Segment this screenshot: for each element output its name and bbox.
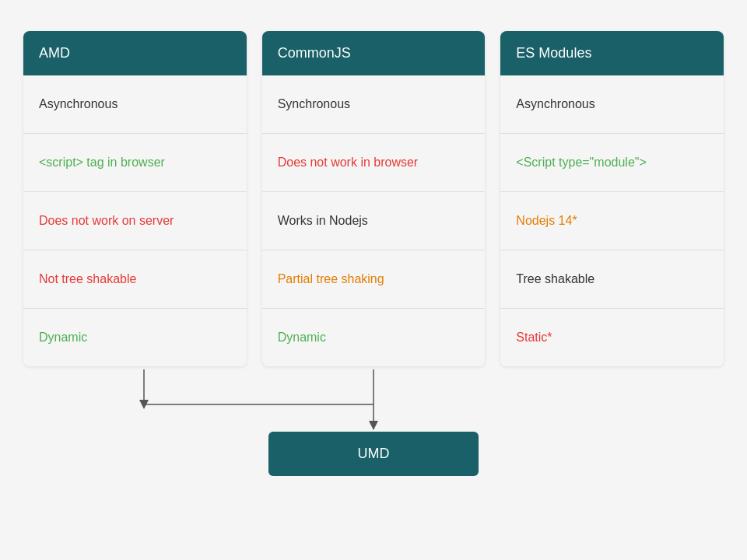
card-row-commonjs-1: Does not work in browser (262, 134, 486, 192)
card-row-amd-2: Does not work on server (23, 192, 247, 250)
card-row-amd-4: Dynamic (23, 309, 247, 366)
connector-area (23, 369, 724, 432)
card-row-amd-1: <script> tag in browser (23, 134, 247, 192)
card-body-amd: Asynchronous<script> tag in browserDoes … (23, 75, 247, 366)
card-amd: AMDAsynchronous<script> tag in browserDo… (23, 31, 247, 366)
card-row-esmodules-4: Static* (500, 309, 724, 366)
umd-label: UMD (358, 446, 390, 461)
card-row-esmodules-1: <Script type="module"> (500, 134, 724, 192)
card-body-esmodules: Asynchronous<Script type="module">Nodejs… (500, 75, 724, 366)
card-header-esmodules: ES Modules (500, 31, 724, 75)
card-commonjs: CommonJSSynchronousDoes not work in brow… (262, 31, 486, 366)
card-body-commonjs: SynchronousDoes not work in browserWorks… (262, 75, 486, 366)
card-row-esmodules-3: Tree shakable (500, 250, 724, 309)
columns-wrapper: AMDAsynchronous<script> tag in browserDo… (23, 31, 724, 366)
card-row-commonjs-4: Dynamic (262, 309, 486, 366)
umd-box: UMD (268, 432, 479, 476)
card-row-commonjs-3: Partial tree shaking (262, 250, 486, 309)
card-row-commonjs-2: Works in Nodejs (262, 192, 486, 250)
card-row-amd-3: Not tree shakable (23, 250, 247, 309)
card-row-commonjs-0: Synchronous (262, 75, 486, 134)
umd-wrapper: UMD (23, 432, 724, 476)
card-row-esmodules-2: Nodejs 14* (500, 192, 724, 250)
card-header-amd: AMD (23, 31, 247, 75)
card-row-amd-0: Asynchronous (23, 75, 247, 134)
card-row-esmodules-0: Asynchronous (500, 75, 724, 134)
card-esmodules: ES ModulesAsynchronous<Script type="modu… (500, 31, 724, 366)
card-header-commonjs: CommonJS (262, 31, 486, 75)
connector-svg (23, 369, 724, 432)
